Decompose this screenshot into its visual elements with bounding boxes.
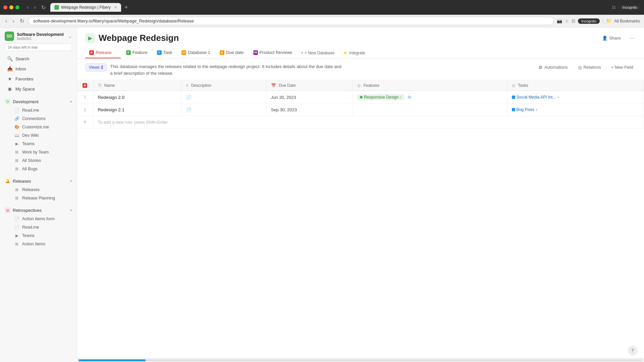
sidebar-item-releaseplanning[interactable]: ⊞ Release Planning [2, 194, 75, 202]
task-tag-socialmedia[interactable]: Social Media API Int... › [512, 95, 558, 100]
readme-icon: 📄 [14, 108, 19, 113]
col-duedate-label: Due Date [279, 83, 296, 88]
tab-close-button[interactable]: ✕ [114, 5, 117, 10]
new-field-button[interactable]: + New Field [608, 64, 636, 71]
sidebar-item-readme[interactable]: 📄 Read.me [2, 106, 75, 114]
sidebar-item-favorites[interactable]: ★ Favorites [2, 74, 75, 83]
devwiki-icon: 📖 [14, 133, 19, 138]
sidebar-item-retro-readme[interactable]: 📄 Read.me [2, 223, 75, 231]
horizontal-scrollbar[interactable] [77, 358, 644, 362]
col-desc-icon: ≡ [186, 83, 189, 88]
tab-database1-icon: 01 [181, 50, 186, 55]
add-row-button[interactable]: + [82, 119, 88, 126]
table-header-row: R Tt Name ≡ Description 📅 Due Date [77, 80, 644, 91]
addr-back[interactable]: ‹ [4, 17, 8, 25]
workspace-details: Software Development 6ad8d3d1 [17, 32, 64, 41]
views-badge[interactable]: Views 2 [85, 63, 107, 71]
actionitemsform-icon: 📄 [14, 217, 19, 221]
sidebar-item-teams[interactable]: ▶ Teams [2, 140, 75, 148]
sidebar-item-releases[interactable]: ⊞ Releases [2, 186, 75, 194]
share-button[interactable]: 👤 Share [599, 34, 624, 42]
section-development-header[interactable]: D Development ▾ [0, 97, 77, 106]
feature-tag-label: Responsive Design [364, 95, 398, 100]
row-2-name[interactable]: Redesign 2.1 [93, 104, 181, 116]
sidebar-item-customize[interactable]: 🎨 Customize.me [2, 123, 75, 131]
sidebar-item-devwiki[interactable]: 📖 Dev Wiki [2, 131, 75, 139]
page-description: This database manages the releases relat… [110, 63, 345, 76]
row-1-description[interactable]: 📄 [181, 91, 266, 104]
sidebar-item-actionitems[interactable]: ⊞ Action Items [2, 240, 75, 248]
section-retrospectives-header[interactable]: ◎ Retrospectives ▾ [0, 205, 77, 215]
add-row-hint: To add a new row, press Shift+Enter [98, 120, 168, 125]
star-icon: ☆ [565, 18, 569, 23]
incognito-badge: Incognito [619, 5, 641, 10]
tab-duedate[interactable]: D Due date [216, 47, 248, 58]
row-1-tasks[interactable]: Social Media API Int... › [507, 91, 644, 104]
address-input[interactable] [28, 17, 554, 25]
automations-button[interactable]: ⚙ Automations [536, 63, 570, 71]
addr-forward[interactable]: › [11, 17, 15, 25]
integrate-button[interactable]: ⚡ Integrate [339, 49, 368, 57]
inbox-icon: 📥 [7, 66, 13, 71]
active-tab[interactable]: Webpage Redesign | Fibery ✕ [50, 3, 121, 12]
page-icon-button[interactable]: ▶ [85, 33, 95, 43]
sidebar-item-retro-teams[interactable]: ▶ Teams [2, 232, 75, 240]
tab-release-icon: R [89, 50, 94, 55]
feature-tag-responsive[interactable]: Responsive Design › [357, 94, 404, 100]
bookmarks-label: All Bookmarks [614, 19, 640, 23]
tab-release[interactable]: R Release ··· [85, 47, 121, 58]
scroll-thumb [78, 359, 146, 361]
maximize-window-button[interactable] [15, 5, 19, 9]
tab-task-icon: T [157, 50, 162, 55]
minimize-window-button[interactable] [9, 5, 13, 9]
help-button[interactable]: ? [628, 346, 637, 355]
app-layout: SD Software Development 6ad8d3d1 ⌄ 14 da… [0, 27, 644, 362]
sidebar-item-workbyteam[interactable]: ⊞ Work by Team [2, 148, 75, 156]
section-releases-header[interactable]: 🔔 Releases ▾ [0, 176, 77, 185]
new-tab-button[interactable]: + [122, 4, 130, 11]
retro-teams-label: Teams [22, 233, 35, 238]
workspace-chevron-button[interactable]: ⌄ [68, 34, 72, 39]
sidebar-item-connections[interactable]: 🔗 Connections [2, 115, 75, 123]
table-row: 2 Redesign 2.1 📄 Sep 30, 2023 [77, 104, 644, 116]
new-database-button[interactable]: + + New Database [298, 49, 338, 57]
workbyteam-icon: ⊞ [14, 150, 19, 155]
allstories-icon: ⊞ [14, 158, 19, 163]
sidebar-item-myspace[interactable]: ◉ My Space [2, 84, 75, 94]
tab-database1[interactable]: 01 Database 1 [177, 47, 214, 58]
new-database-label: + New Database [305, 51, 334, 55]
row-1-name[interactable]: Redesign 2.0 [93, 91, 181, 104]
refresh-button[interactable]: ↻ [39, 4, 48, 11]
releases-table: R Tt Name ≡ Description 📅 Due Date [77, 80, 644, 129]
myspace-icon: ◉ [7, 86, 13, 92]
sidebar-item-inbox[interactable]: 📥 Inbox [2, 64, 75, 73]
row-1-features[interactable]: Responsive Design › In [353, 91, 507, 104]
task-tag-bugfixes[interactable]: Bug Fixes › [512, 107, 537, 112]
row-2-num: 2 [77, 104, 93, 116]
sidebar-item-search[interactable]: 🔍 Search [2, 54, 75, 63]
addr-refresh[interactable]: ↻ [18, 17, 25, 25]
forward-button[interactable]: › [32, 4, 38, 11]
tab-feature[interactable]: F Feature [122, 47, 152, 58]
sidebar-item-allstories[interactable]: ⊞ All Stories [2, 157, 75, 165]
incognito-label: Incognito [578, 18, 600, 24]
views-count: 2 [101, 65, 103, 70]
add-row-row: + To add a new row, press Shift+Enter [77, 116, 644, 129]
sidebar-item-allbugs[interactable]: ⊞ All Bugs [2, 165, 75, 173]
more-options-button[interactable]: ··· [628, 34, 636, 43]
tab-feature-label: Feature [132, 50, 148, 55]
feature-more-link[interactable]: In [408, 95, 411, 100]
add-row-hint-cell[interactable]: To add a new row, press Shift+Enter [93, 116, 644, 129]
sidebar-item-actionitemsform[interactable]: 📄 Action Items form [2, 215, 75, 223]
customize-label: Customize.me [22, 125, 49, 129]
tab-productreviews[interactable]: PR Product Reviews [249, 47, 297, 58]
relations-button[interactable]: ◎ Relations [575, 63, 604, 71]
row-1-num: 1 [77, 91, 93, 104]
tab-task[interactable]: T Task [153, 47, 176, 58]
back-button[interactable]: ‹ [25, 4, 31, 11]
close-window-button[interactable] [3, 5, 7, 9]
section-development-label: Development [13, 99, 39, 104]
add-row-btn-cell: + [77, 116, 93, 129]
row-2-description[interactable]: 📄 [181, 104, 266, 116]
row-2-tasks[interactable]: Bug Fixes › [507, 104, 644, 116]
